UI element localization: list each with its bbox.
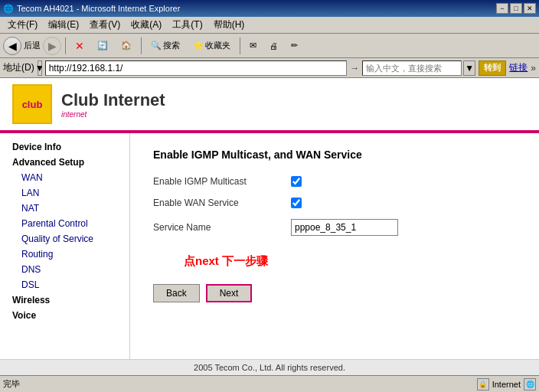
favorites-button[interactable]: ⭐ 收藏夹 xyxy=(188,36,236,56)
igmp-row: Enable IGMP Multicast xyxy=(153,176,516,187)
links-button[interactable]: 链接 xyxy=(509,61,528,74)
igmp-checkbox[interactable] xyxy=(291,176,302,187)
sidebar-item-voice[interactable]: Voice xyxy=(6,308,111,323)
sidebar-item-dns[interactable]: DNS xyxy=(6,262,111,277)
maximize-button[interactable]: □ xyxy=(510,3,522,14)
address-label: 地址(D) xyxy=(3,61,34,74)
address-dropdown[interactable]: ▼ xyxy=(38,60,42,76)
refresh-icon: 🔄 xyxy=(97,41,108,51)
home-button[interactable]: 🏠 xyxy=(116,36,137,56)
address-input[interactable] xyxy=(45,60,348,76)
logo-icon: club xyxy=(22,99,43,110)
arrow-right-icon: → xyxy=(350,63,359,74)
address-bar: 地址(D) ▼ → ▼ 转到 链接 » xyxy=(0,58,539,78)
wan-service-checkbox[interactable] xyxy=(291,198,302,208)
separator3 xyxy=(240,38,240,54)
title-bar: 🌐 Tecom AH4021 - Microsoft Internet Expl… xyxy=(0,0,539,17)
next-button[interactable]: Next xyxy=(206,284,253,302)
window-title: Tecom AH4021 - Microsoft Internet Explor… xyxy=(17,4,180,13)
status-bar: 完毕 🔒 Internet 🌐 xyxy=(0,375,539,392)
search-label: 搜索 xyxy=(163,40,180,51)
button-row: Back Next xyxy=(153,284,516,302)
sidebar-item-lan[interactable]: LAN xyxy=(6,185,111,201)
goto-button[interactable]: 转到 xyxy=(479,60,506,76)
menu-bar: 文件(F) 编辑(E) 查看(V) 收藏(A) 工具(T) 帮助(H) xyxy=(0,17,539,34)
sidebar-item-nat[interactable]: NAT xyxy=(6,201,111,216)
window-controls: − □ ✕ xyxy=(496,3,536,14)
menu-file[interactable]: 文件(F) xyxy=(3,18,42,32)
minimize-button[interactable]: − xyxy=(496,3,508,14)
panel-title: Enable IGMP Multicast, and WAN Service xyxy=(153,149,516,161)
forward-button[interactable]: ▶ xyxy=(43,37,61,55)
refresh-button[interactable]: 🔄 xyxy=(92,36,113,56)
separator2 xyxy=(141,38,142,54)
sidebar-nav: Device Info Advanced Setup WAN LAN NAT P… xyxy=(0,139,117,323)
title-bar-left: 🌐 Tecom AH4021 - Microsoft Internet Expl… xyxy=(3,4,180,14)
logo-text-area: Club Internet internet xyxy=(61,90,165,119)
mail-icon: ✉ xyxy=(250,41,256,51)
sidebar: Device Info Advanced Setup WAN LAN NAT P… xyxy=(0,133,130,359)
sidebar-item-wireless[interactable]: Wireless xyxy=(6,292,111,308)
sidebar-item-dsl[interactable]: DSL xyxy=(6,277,111,292)
menu-favorites[interactable]: 收藏(A) xyxy=(126,18,166,32)
sidebar-item-parental-control[interactable]: Parental Control xyxy=(6,216,111,231)
print-icon: 🖨 xyxy=(270,41,278,51)
print-button[interactable]: 🖨 xyxy=(264,36,283,56)
back-button[interactable]: ◀ xyxy=(3,37,21,55)
globe-icon: 🌐 xyxy=(524,378,536,390)
separator1 xyxy=(65,38,66,54)
menu-edit[interactable]: 编辑(E) xyxy=(44,18,83,32)
security-icon: 🔒 xyxy=(477,378,489,390)
menu-view[interactable]: 查看(V) xyxy=(85,18,125,32)
menu-help[interactable]: 帮助(H) xyxy=(209,18,250,32)
star-icon: ⭐ xyxy=(193,41,204,51)
service-name-label: Service Name xyxy=(153,222,291,233)
content-area: Device Info Advanced Setup WAN LAN NAT P… xyxy=(0,133,539,359)
status-right: 🔒 Internet 🌐 xyxy=(477,378,536,390)
annotation-text: 点next 下一步骤 xyxy=(184,254,268,269)
ie-icon: 🌐 xyxy=(3,4,14,14)
content-footer: 2005 Tecom Co., Ltd. All rights reserved… xyxy=(0,359,539,375)
close-button[interactable]: ✕ xyxy=(524,3,536,14)
forward-arrow-icon: ▶ xyxy=(48,40,57,52)
search-input[interactable] xyxy=(362,60,462,76)
wan-service-label: Enable WAN Service xyxy=(153,198,291,208)
edit-button[interactable]: ✏ xyxy=(286,36,303,56)
stop-button[interactable]: ✕ xyxy=(70,36,90,56)
stop-icon: ✕ xyxy=(75,40,84,52)
sidebar-item-qos[interactable]: Quality of Service xyxy=(6,231,111,247)
internet-label: internet xyxy=(61,110,165,119)
zone-text: Internet xyxy=(492,380,521,389)
footer-text: 2005 Tecom Co., Ltd. All rights reserved… xyxy=(194,363,345,372)
search-button[interactable]: 🔍 搜索 xyxy=(145,36,185,56)
logo-area: club Club Internet internet xyxy=(0,78,539,133)
brand-name: Club Internet xyxy=(61,90,165,110)
mail-button[interactable]: ✉ xyxy=(244,36,262,56)
edit-icon: ✏ xyxy=(291,41,298,51)
search-area: ▼ xyxy=(362,60,475,76)
back-label: 后退 xyxy=(24,40,41,51)
toolbar: ◀ 后退 ▶ ✕ 🔄 🏠 🔍 搜索 ⭐ 收藏夹 ✉ 🖨 ✏ xyxy=(0,34,539,58)
logo-box: club xyxy=(12,84,52,124)
sidebar-item-routing[interactable]: Routing xyxy=(6,247,111,262)
main-panel: Enable IGMP Multicast, and WAN Service E… xyxy=(130,133,539,359)
service-name-row: Service Name xyxy=(153,219,516,236)
status-text: 完毕 xyxy=(3,378,471,390)
sidebar-item-wan[interactable]: WAN xyxy=(6,170,111,185)
menu-tools[interactable]: 工具(T) xyxy=(168,18,207,32)
back-button[interactable]: Back xyxy=(153,284,200,302)
sidebar-item-advanced-setup[interactable]: Advanced Setup xyxy=(6,155,111,170)
sidebar-item-device-info[interactable]: Device Info xyxy=(6,139,111,155)
annotation-area: 点next 下一步骤 xyxy=(153,247,516,269)
service-name-input[interactable] xyxy=(291,219,398,236)
home-icon: 🏠 xyxy=(121,41,132,51)
search-icon: 🔍 xyxy=(151,41,162,51)
search-dropdown[interactable]: ▼ xyxy=(463,60,475,76)
browser-content: club Club Internet internet Device Info … xyxy=(0,78,539,375)
favorites-label: 收藏夹 xyxy=(205,40,230,51)
igmp-label: Enable IGMP Multicast xyxy=(153,176,291,187)
wan-service-row: Enable WAN Service xyxy=(153,198,516,208)
links-expand-icon: » xyxy=(531,63,536,74)
back-arrow-icon: ◀ xyxy=(8,40,17,52)
